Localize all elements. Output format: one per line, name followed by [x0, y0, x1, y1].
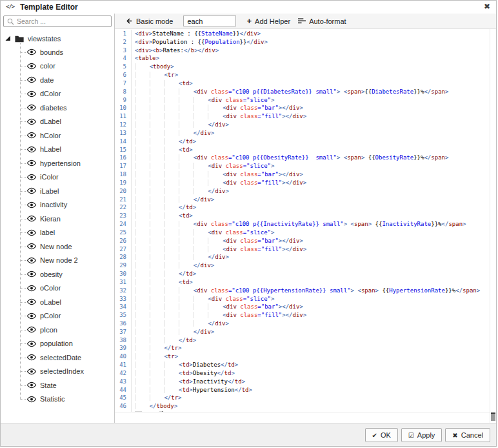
code-line[interactable]: 14 </td>	[115, 137, 490, 146]
code-line[interactable]: 1<div>StateName : {{StateName}}</div>	[115, 30, 490, 38]
code-line[interactable]: 43 <td>Inactivity</td>	[115, 378, 490, 386]
tree-item-label: hypertension	[40, 159, 81, 167]
tree-item[interactable]: iColor	[1, 170, 114, 185]
code-line[interactable]: 41 <td>Diabetes</td>	[115, 361, 490, 369]
tree-item[interactable]: State	[1, 378, 114, 392]
code-lines[interactable]: 1<div>StateName : {{StateName}}</div>2<d…	[115, 30, 490, 412]
line-number: 34	[115, 303, 132, 311]
code-line[interactable]: 44 <td>Hypertension</td>	[115, 386, 490, 394]
code-line[interactable]: 32 <div class="c100 p{{HypertensionRate}…	[115, 287, 490, 295]
code-line[interactable]: 24 <div class="c100 p{{InactivityRate}} …	[115, 220, 490, 229]
add-helper-button[interactable]: + Add Helper	[243, 14, 294, 28]
tree-item[interactable]: hypertension	[1, 156, 114, 170]
tree-item[interactable]: selectedIndex	[1, 365, 114, 379]
tree-item[interactable]: dLabel	[1, 115, 114, 129]
code-line[interactable]: 45 </tr>	[115, 394, 490, 402]
code-line[interactable]: 34 <div class="bar"></div>	[115, 303, 490, 311]
code-line[interactable]: 15 <td>	[115, 146, 490, 154]
close-icon[interactable]: ✖	[484, 2, 490, 11]
code-line[interactable]: 38 </td>	[115, 336, 490, 345]
code-line[interactable]: 9 <div class="slice">	[115, 96, 490, 105]
scrollbar-thumb[interactable]	[491, 412, 495, 421]
cancel-label: Cancel	[461, 431, 483, 439]
code-line[interactable]: 17 <div class="slice">	[115, 162, 490, 170]
eye-icon	[27, 229, 36, 236]
code-line[interactable]: 6 <tr>	[115, 71, 490, 79]
tree-item[interactable]: Statistic	[1, 392, 114, 407]
code-line[interactable]: 35 <div class="fill"></div>	[115, 311, 490, 320]
helper-name-input[interactable]	[183, 15, 236, 26]
code-line[interactable]: 26 <div class="bar"></div>	[115, 237, 490, 245]
tree-item[interactable]: New node 2	[1, 254, 114, 268]
tree-item[interactable]: pIcon	[1, 323, 114, 337]
code-line[interactable]: 20 </div>	[115, 187, 490, 196]
code-line[interactable]: 27 <div class="fill"></div>	[115, 245, 490, 254]
apply-button[interactable]: ☑ Apply	[401, 428, 443, 442]
basic-mode-button[interactable]: Basic mode	[121, 14, 177, 28]
code-line[interactable]: 31 <td>	[115, 278, 490, 287]
code-line[interactable]: 23 <td>	[115, 212, 490, 220]
line-number: 7	[115, 79, 132, 88]
code-line[interactable]: 16 <div class="c100 p{{ObesityRate}} sma…	[115, 154, 490, 162]
code-line[interactable]: 40 <tr>	[115, 352, 490, 361]
code-line[interactable]: 7 <td>	[115, 79, 490, 88]
tree-item[interactable]: label	[1, 226, 114, 240]
tree-item[interactable]: inactivity	[1, 198, 114, 212]
code-line[interactable]: 21 </div>	[115, 196, 490, 204]
tree-item[interactable]: hColor	[1, 128, 114, 143]
eye-icon	[27, 354, 36, 361]
code-line[interactable]: 3<div><b>Rates:</b></div>	[115, 46, 490, 55]
tree-item[interactable]: iLabel	[1, 184, 114, 198]
tree-item[interactable]: diabetes	[1, 101, 114, 115]
tree-item[interactable]: color	[1, 59, 114, 74]
hscroll-divider	[115, 412, 490, 412]
ok-button[interactable]: ✔ OK	[365, 428, 398, 442]
tree-root[interactable]: viewstates	[1, 32, 114, 45]
tree-item[interactable]: selectedDate	[1, 351, 114, 365]
code-line[interactable]: 36 </div>	[115, 320, 490, 328]
code-line[interactable]: 39 </tr>	[115, 344, 490, 352]
tree-item[interactable]: population	[1, 337, 114, 351]
code-line[interactable]: 46 </tbody>	[115, 402, 490, 411]
code-line[interactable]: 10 <div class="bar"></div>	[115, 104, 490, 112]
tree-root-label: viewstates	[28, 35, 61, 43]
tree-item[interactable]: dColor	[1, 87, 114, 101]
tree-item[interactable]: bounds	[1, 45, 114, 59]
tree-item[interactable]: New node	[1, 239, 114, 254]
expand-arrow-icon[interactable]	[5, 36, 11, 41]
tree-item[interactable]: hLabel	[1, 143, 114, 157]
code-line[interactable]: 42 <td>Obesity</td>	[115, 369, 490, 378]
code-line[interactable]: 30 </td>	[115, 270, 490, 278]
line-number: 32	[115, 287, 132, 295]
vertical-scrollbar[interactable]	[490, 29, 496, 423]
code-line[interactable]: 8 <div class="c100 p{{DiabetesRate}} sma…	[115, 88, 490, 96]
code-line[interactable]: 22 </td>	[115, 203, 490, 212]
editor-toolbar: Basic mode + Add Helper Auto-format	[115, 14, 496, 29]
code-line[interactable]: 25 <div class="slice">	[115, 229, 490, 237]
tree-item[interactable]: Kieran	[1, 212, 114, 226]
code-line[interactable]: 11 <div class="fill"></div>	[115, 112, 490, 121]
autoformat-button[interactable]: Auto-format	[294, 14, 350, 28]
code-line[interactable]: 5 <tbody>	[115, 63, 490, 71]
code-line[interactable]: 19 <div class="fill"></div>	[115, 179, 490, 187]
code-line[interactable]: 33 <div class="slice">	[115, 295, 490, 303]
tree-item[interactable]: oColor	[1, 281, 114, 296]
eye-icon	[27, 90, 36, 97]
tree-item-label: selectedIndex	[40, 367, 84, 375]
code-line[interactable]: 12 </div>	[115, 121, 490, 129]
tree-item[interactable]: obesity	[1, 267, 114, 281]
line-number: 42	[115, 369, 132, 378]
tree-item[interactable]: oLabel	[1, 295, 114, 309]
cancel-button[interactable]: ✖ Cancel	[445, 428, 490, 442]
code-line[interactable]: 4<table>	[115, 54, 490, 63]
code-line[interactable]: 18 <div class="bar"></div>	[115, 170, 490, 179]
code-editor[interactable]: 1<div>StateName : {{StateName}}</div>2<d…	[115, 29, 496, 423]
code-line[interactable]: 29 </div>	[115, 261, 490, 270]
code-line[interactable]: 2<div>Population : {{Population}}</div>	[115, 38, 490, 46]
code-line[interactable]: 37 </div>	[115, 328, 490, 336]
code-line[interactable]: 13 </div>	[115, 129, 490, 137]
search-input[interactable]	[17, 17, 111, 25]
code-line[interactable]: 28 </div>	[115, 253, 490, 261]
tree-item[interactable]: pColor	[1, 309, 114, 323]
tree-item[interactable]: date	[1, 73, 114, 87]
